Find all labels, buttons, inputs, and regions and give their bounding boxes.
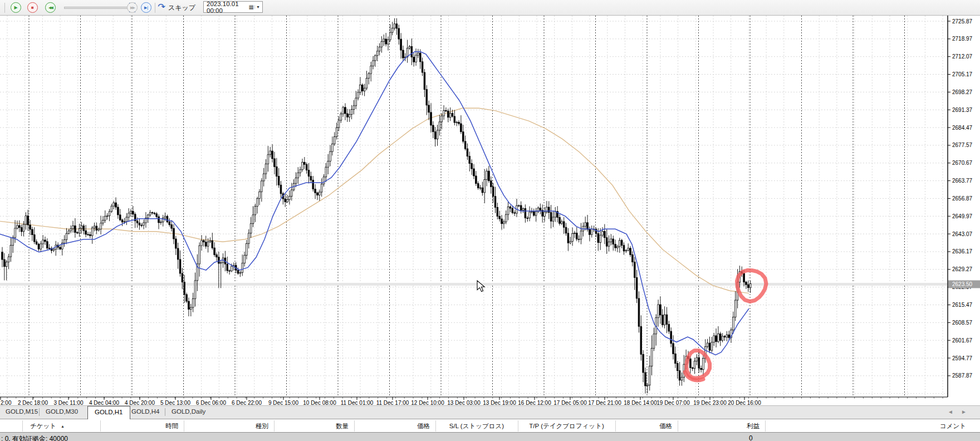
column-header-10[interactable]: コメント	[940, 422, 966, 430]
price-axis-label: 2636.17	[952, 248, 973, 254]
column-header-1[interactable]: チケット▲	[30, 422, 65, 430]
column-divider	[184, 420, 184, 432]
column-divider	[354, 420, 355, 432]
skip-date-value[interactable]: 2023.10.01 00:00	[204, 1, 248, 14]
price-chart[interactable]: 2725.872718.972712.072705.172698.272691.…	[0, 16, 980, 405]
column-header-8[interactable]: 価格	[659, 422, 672, 430]
column-divider	[765, 420, 766, 432]
equity-status-text: : 0, 有効証拠金: 40000	[1, 434, 68, 441]
column-header-9[interactable]: 利益	[747, 422, 759, 430]
price-axis-label: 2677.57	[952, 142, 973, 148]
column-header-4[interactable]: 数量	[336, 422, 349, 430]
stop-icon: ■	[31, 6, 34, 10]
time-axis-label: 18 Dec 14:00	[624, 400, 657, 406]
skip-to-end-icon: ▶|	[144, 6, 148, 9]
play-button[interactable]: ▶	[11, 2, 21, 13]
price-axis-label: 2615.47	[952, 302, 973, 308]
current-price-value: 2623.50	[952, 281, 973, 287]
stop-button[interactable]: ■	[27, 2, 38, 13]
time-axis-label: 6 Dec 06:00	[196, 400, 226, 406]
time-axis-label: 10 Dec 08:00	[303, 400, 336, 406]
tab-gold-m15[interactable]: GOLD,M15	[6, 408, 38, 415]
price-axis-label: 2670.67	[952, 160, 973, 166]
price-axis-label: 2684.47	[952, 125, 973, 131]
price-axis-label: 2718.97	[952, 36, 973, 42]
time-axis-label: 19 Dec 23:00	[693, 400, 727, 406]
time-axis-label: 16 Dec 12:00	[518, 400, 551, 406]
time-axis-label: 12 Dec 10:00	[411, 400, 444, 406]
chart-tab-bar: GOLD,M15 GOLD,M30 GOLD,H1 GOLD,H4 GOLD,D…	[0, 405, 980, 419]
column-header-2[interactable]: 時間	[165, 422, 178, 430]
time-axis-label: 11 Dec 17:00	[376, 400, 409, 406]
time-axis-label: 17 Dec 05:00	[553, 400, 587, 406]
price-axis-label: 2691.37	[952, 107, 973, 113]
price-axis-label: 2608.57	[952, 320, 973, 326]
rewind-icon: ◀◀	[48, 6, 52, 9]
column-header-5[interactable]: 価格	[417, 422, 430, 430]
toolbar-divider	[4, 3, 5, 13]
time-axis-label: 13 Dec 19:00	[483, 400, 516, 406]
play-icon: ▶	[14, 6, 17, 10]
column-divider	[274, 420, 275, 432]
calendar-icon[interactable]: ▦	[248, 4, 254, 10]
trades-table-header: チケット▲時間種別数量価格S/L (ストップロス)T/P (テイクプロフィット)…	[0, 419, 980, 433]
column-divider	[678, 420, 678, 432]
time-axis-label: 20 Dec 16:00	[728, 400, 761, 406]
tester-status-row: : 0, 有効証拠金: 40000 0	[0, 433, 980, 441]
price-axis-label: 2705.17	[952, 71, 973, 77]
skip-icon[interactable]: ↷	[158, 2, 165, 12]
sort-ascending-icon: ▲	[56, 424, 65, 428]
time-axis-label: 3 Dec 11:00	[53, 400, 84, 406]
time-axis-label: 6 Dec 22:00	[232, 400, 262, 406]
column-header-7[interactable]: T/P (テイクプロフィット)	[518, 422, 615, 430]
price-axis-label: 2663.77	[952, 178, 973, 184]
price-axis-label: 2643.07	[952, 231, 973, 237]
speed-slider-track[interactable]	[64, 7, 134, 9]
price-axis-label: 2594.77	[952, 355, 973, 361]
tester-toolbar: ▶ ■ ◀◀ ▶▶ ▶| ↷ スキップ 2023.10.01 00:00 ▦ ▼	[0, 0, 980, 16]
tab-scroll-right-icon[interactable]: ►	[961, 409, 967, 415]
time-axis-label: 2 Dec 18:00	[18, 400, 48, 406]
column-header-3[interactable]: 種別	[256, 422, 268, 430]
tab-divider	[165, 408, 165, 416]
tab-gold-h4[interactable]: GOLD,H4	[131, 408, 160, 415]
time-axis-label: 17 Dec 21:00	[588, 400, 621, 406]
column-header-6[interactable]: S/L (ストップロス)	[435, 422, 518, 430]
strategy-tester-window: { "toolbar": { "play_glyph": "▶", "stop_…	[0, 0, 980, 441]
tab-divider	[39, 408, 40, 416]
price-axis-label: 2698.27	[952, 89, 973, 95]
price-axis-label: 2656.87	[952, 195, 973, 202]
price-axis-label: 2712.07	[952, 53, 973, 60]
price-axis-label: 2629.27	[952, 266, 973, 272]
rewind-button[interactable]: ◀◀	[45, 2, 56, 13]
date-dropdown-arrow-icon[interactable]: ▼	[254, 5, 262, 9]
price-axis-label: 2601.67	[952, 337, 973, 344]
tab-gold-h1-active[interactable]: GOLD,H1	[87, 406, 130, 419]
column-divider	[22, 420, 23, 432]
tab-gold-daily[interactable]: GOLD,Daily	[171, 408, 205, 415]
time-axis-label: 2:00	[1, 400, 12, 406]
column-divider	[615, 420, 616, 432]
time-axis-label: 4 Dec 04:00	[89, 400, 119, 406]
profit-status-value: 0	[749, 434, 753, 441]
column-divider	[100, 420, 101, 432]
skip-to-end-button[interactable]: ▶|	[141, 2, 151, 13]
time-axis-label: 9 Dec 15:00	[268, 400, 298, 406]
time-axis-label: 5 Dec 13:00	[160, 400, 190, 406]
toolbar-divider	[155, 3, 155, 13]
fast-forward-icon: ▶▶	[130, 6, 134, 9]
time-axis-label: 4 Dec 20:00	[125, 400, 155, 406]
price-axis-label: 2725.87	[952, 18, 973, 24]
tab-gold-m30[interactable]: GOLD,M30	[46, 408, 78, 415]
fast-forward-button[interactable]: ▶▶	[127, 2, 138, 13]
skip-date-field[interactable]: 2023.10.01 00:00 ▦ ▼	[203, 1, 263, 13]
tab-scroll-left-icon[interactable]: ◄	[948, 409, 953, 415]
skip-button-label[interactable]: スキップ	[168, 3, 195, 13]
time-axis-label: 11 Dec 01:00	[341, 400, 374, 406]
price-axis-label: 2649.97	[952, 213, 973, 219]
price-axis-label: 2587.87	[952, 373, 973, 379]
current-price-band	[0, 283, 948, 286]
time-axis-label: 13 Dec 03:00	[447, 400, 481, 406]
time-axis-label: 19 Dec 07:00	[656, 400, 690, 406]
